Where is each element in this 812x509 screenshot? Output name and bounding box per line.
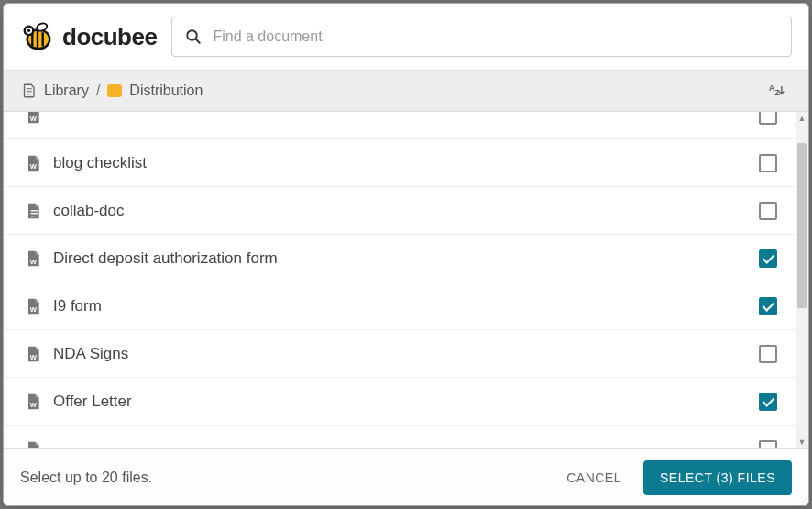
breadcrumb-sep: / [96,83,100,99]
search-input[interactable] [213,28,778,45]
svg-text:W: W [30,352,38,360]
file-row[interactable]: WI9 form [4,282,796,330]
file-checkbox[interactable] [759,440,777,449]
file-picker-modal: docubee Library / Distribution A Z [3,3,809,506]
word-doc-icon: W [24,344,42,364]
scrollbar[interactable]: ▲ ▼ [796,112,808,448]
file-row[interactable]: W [4,426,796,448]
file-checkbox[interactable] [759,345,777,363]
svg-text:W: W [30,304,38,313]
file-row[interactable]: WNDA Signs [4,330,796,378]
bee-icon [20,19,55,54]
word-doc-icon: W [24,249,42,269]
svg-point-2 [27,29,30,32]
file-checkbox[interactable] [759,202,777,220]
file-name: NDA Signs [53,345,759,363]
file-row[interactable]: WOffer Letter [4,378,796,426]
select-files-button[interactable]: SELECT (3) FILES [643,460,792,495]
svg-rect-10 [31,210,38,211]
svg-text:W: W [30,448,38,448]
file-list: WWblog checklistcollab-docWDirect deposi… [4,112,808,448]
doc-icon [24,201,42,221]
svg-rect-12 [31,216,36,216]
scroll-down-icon[interactable]: ▼ [796,436,808,448]
svg-rect-11 [31,213,38,214]
breadcrumb-current: Distribution [129,83,203,99]
file-name: collab-doc [53,202,759,220]
file-row[interactable]: collab-doc [4,187,796,235]
sort-az-icon: A Z [767,82,785,100]
file-checkbox[interactable] [759,297,777,315]
word-doc-icon: W [24,296,42,316]
modal-footer: Select up to 20 files. CANCEL SELECT (3)… [4,448,808,505]
file-name: Direct deposit authorization form [53,249,759,268]
selection-hint: Select up to 20 files. [20,470,152,486]
breadcrumb-bar: Library / Distribution A Z [4,70,808,112]
svg-line-5 [196,39,201,43]
svg-text:W: W [30,400,38,408]
word-doc-icon: W [24,112,42,126]
file-checkbox[interactable] [759,393,777,411]
cancel-button[interactable]: CANCEL [566,470,621,485]
svg-point-3 [36,22,48,32]
word-doc-icon: W [24,392,42,412]
file-name: I9 form [53,297,759,315]
file-name: Offer Letter [53,393,759,411]
search-icon [185,28,202,45]
word-doc-icon: W [24,439,42,449]
modal-header: docubee [4,4,808,70]
file-row[interactable]: WDirect deposit authorization form [4,235,796,282]
svg-text:W: W [30,161,38,170]
library-icon [20,83,37,99]
svg-text:Z: Z [774,88,780,97]
word-doc-icon: W [24,153,42,173]
file-checkbox[interactable] [759,154,777,172]
file-row[interactable]: W [4,112,796,139]
file-checkbox[interactable] [759,249,777,268]
scrollbar-thumb[interactable] [797,143,807,308]
scroll-up-icon[interactable]: ▲ [796,112,808,125]
sort-button[interactable]: A Z [761,75,792,106]
folder-icon [107,84,122,97]
svg-text:W: W [30,115,38,123]
file-name: blog checklist [53,154,759,172]
breadcrumb: Library / Distribution [20,83,203,99]
search-box[interactable] [171,17,792,57]
svg-text:W: W [30,257,38,265]
file-checkbox[interactable] [759,112,777,125]
file-row[interactable]: Wblog checklist [4,139,796,187]
brand-name: docubee [62,23,157,51]
brand-logo: docubee [20,19,157,54]
breadcrumb-root[interactable]: Library [44,83,89,99]
footer-actions: CANCEL SELECT (3) FILES [566,460,792,495]
